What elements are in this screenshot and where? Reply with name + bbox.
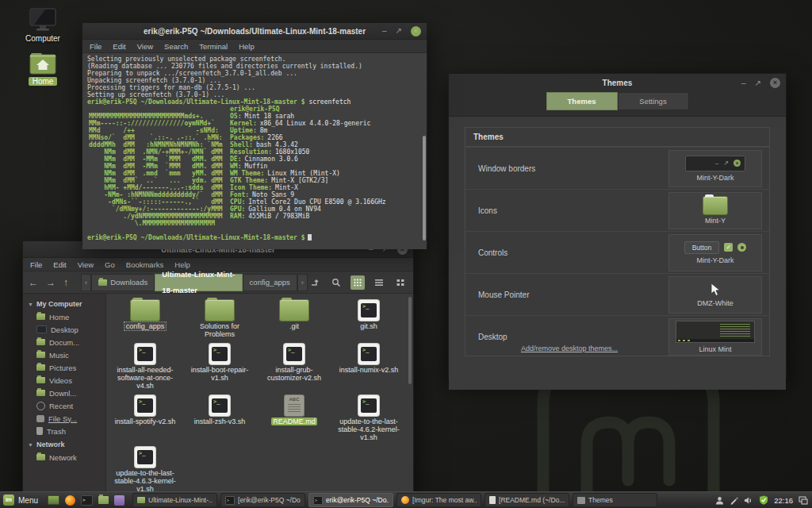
sidebar-item-music[interactable]: Music	[23, 348, 105, 361]
volume-applet-icon[interactable]	[744, 496, 753, 505]
files-launcher-icon[interactable]	[98, 496, 109, 504]
tab-themes[interactable]: Themes	[546, 92, 618, 110]
controls-picker[interactable]: Button ✓ Mint-Y-Dark	[668, 234, 762, 271]
menu-go[interactable]: Go	[105, 260, 115, 269]
maximize-button[interactable]: ↗	[396, 27, 402, 35]
breadcrumb-current[interactable]: Ultimate-Linux-Mint-18-master	[155, 274, 242, 291]
menu-search[interactable]: Search	[164, 42, 188, 51]
file-item-readme[interactable]: README.md	[258, 395, 331, 441]
breadcrumb-downloads[interactable]: Downloads	[91, 274, 155, 291]
sidebar-section-my-computer[interactable]: ▼ My Computer	[23, 297, 105, 310]
file-item[interactable]: config_apps	[109, 300, 182, 338]
file-item[interactable]: install-zsh-v3.sh	[183, 395, 256, 441]
list-view-button[interactable]	[372, 275, 386, 290]
terminal-scrollbar[interactable]	[423, 136, 426, 241]
grid-view-icon	[353, 278, 362, 287]
file-item[interactable]: update-to-the-last-stable-4.6.3-kernel-v…	[109, 447, 182, 493]
forward-button[interactable]: →	[46, 277, 56, 288]
user-applet-icon[interactable]	[715, 496, 724, 505]
icons-picker[interactable]: Mint-Y	[668, 192, 762, 229]
menu-help[interactable]: Help	[239, 42, 255, 51]
document-icon	[489, 496, 496, 504]
terminal-output: Selecting previously unselected package …	[82, 53, 427, 249]
file-name: update-to-the-last-stable-4.6.3-kernel-v…	[109, 469, 182, 493]
firefox-launcher-icon[interactable]	[65, 495, 75, 506]
toggle-location-entry-button[interactable]	[308, 275, 322, 290]
themes-section-box: Themes Window borders – ↗ × Mint-Y-Dark …	[465, 127, 770, 356]
clock[interactable]: 22:16	[774, 496, 793, 505]
sidebar-item-file-system[interactable]: File Sy...	[23, 412, 105, 425]
task-button-themes[interactable]: Themes	[573, 493, 657, 507]
file-item[interactable]: update-to-the-last-stable-4.6.2-kernel-v…	[332, 395, 405, 441]
sidebar-item-recent[interactable]: Recent	[23, 399, 105, 412]
menu-view[interactable]: View	[137, 42, 153, 51]
sidebar-item-desktop[interactable]: Desktop	[23, 323, 105, 336]
sidebar-section-network[interactable]: ▼ Network	[23, 437, 105, 451]
menu-view[interactable]: View	[78, 260, 94, 269]
menu-bookmarks[interactable]: Bookmarks	[126, 260, 164, 269]
task-button-firefox[interactable]: [Imgur: The most aw...	[396, 493, 481, 507]
maximize-button[interactable]: ↗	[755, 79, 761, 87]
update-shield-applet-icon[interactable]	[759, 495, 768, 505]
task-button-terminal-2[interactable]: > erik@erik-P5Q ~/Do...	[308, 493, 393, 507]
breadcrumb-config-apps[interactable]: config_apps	[243, 274, 297, 291]
desktop-icon-label: Computer	[25, 34, 60, 43]
file-item[interactable]: install-numix-v2.sh	[332, 344, 405, 390]
window-selector-applet-icon[interactable]	[799, 496, 808, 505]
location-entry-icon	[310, 278, 320, 287]
close-button[interactable]: ×	[411, 26, 421, 37]
themes-titlebar[interactable]: Themes – ↗ ×	[449, 74, 786, 92]
grid-view-button[interactable]	[350, 275, 365, 290]
close-button[interactable]: ×	[770, 78, 780, 88]
terminal-titlebar[interactable]: erik@erik-P5Q ~/Downloads/Ultimate-Linux…	[82, 23, 427, 40]
desktop-icon-home[interactable]: Home	[13, 52, 73, 86]
file-item[interactable]: install-grub-customizer-v2.sh	[258, 344, 331, 390]
breadcrumb-scroll-left[interactable]: ‹	[81, 274, 91, 291]
file-item[interactable]: git.sh	[332, 300, 405, 338]
terminal-launcher-icon[interactable]: >	[81, 495, 93, 506]
show-desktop-icon[interactable]	[48, 495, 59, 505]
documents-icon	[36, 339, 45, 345]
file-item[interactable]: install-boot-repair-v1.sh	[183, 344, 256, 390]
task-button-readme[interactable]: [README.md (~/Do...	[485, 493, 569, 507]
minimize-button[interactable]: –	[382, 27, 387, 35]
sidebar-item-trash[interactable]: Trash	[23, 425, 105, 437]
compact-view-button[interactable]	[393, 275, 408, 290]
search-button[interactable]	[329, 275, 343, 290]
task-button-terminal-1[interactable]: > [erik@erik-P5Q ~/Do...	[220, 493, 305, 507]
sidebar-item-network[interactable]: Network	[23, 451, 105, 464]
menu-file[interactable]: File	[90, 42, 102, 51]
input-pen-applet-icon[interactable]	[730, 496, 738, 505]
sidebar-item-videos[interactable]: Videos	[23, 374, 105, 387]
desktop-theme-picker[interactable]: Linux Mint	[668, 318, 762, 356]
desktop-icon-computer[interactable]: Computer	[13, 8, 73, 43]
file-item[interactable]: Solutions for Problems	[183, 300, 256, 338]
back-button[interactable]: ←	[29, 277, 38, 288]
minimize-button[interactable]: –	[741, 79, 746, 87]
file-item[interactable]: .git	[258, 300, 331, 338]
sidebar-item-home[interactable]: Home	[23, 310, 105, 323]
mouse-pointer-picker[interactable]: DMZ-White	[668, 276, 762, 314]
task-button-file-manager[interactable]: Ultimate-Linux-Mint-...	[132, 493, 217, 507]
row-label: Window borders	[465, 164, 535, 173]
sidebar-item-downloads[interactable]: Downl...	[23, 387, 105, 399]
file-item[interactable]: install-all-needed-software-at-once-v4.s…	[109, 344, 182, 390]
taskbar: lm Menu > Ultimate-Linux-Mint-... > [eri…	[0, 491, 812, 508]
menu-edit[interactable]: Edit	[53, 260, 66, 269]
breadcrumb-scroll-right[interactable]: ›	[297, 274, 308, 291]
software-launcher-icon[interactable]	[114, 495, 124, 506]
sidebar-item-documents[interactable]: Docum...	[23, 336, 105, 348]
content-scrollbar[interactable]	[408, 297, 412, 384]
up-button[interactable]: ↑	[63, 277, 68, 288]
shell-script-icon	[358, 395, 379, 416]
file-item[interactable]: install-spotify-v2.sh	[109, 395, 182, 441]
menu-edit[interactable]: Edit	[113, 42, 125, 51]
videos-icon	[36, 377, 45, 383]
tab-settings[interactable]: Settings	[618, 92, 689, 110]
window-borders-picker[interactable]: – ↗ × Mint-Y-Dark	[668, 150, 762, 187]
menu-terminal[interactable]: Terminal	[199, 42, 228, 51]
add-remove-desktop-themes-link[interactable]: Add/remove desktop themes...	[521, 344, 618, 352]
menu-file[interactable]: File	[30, 260, 42, 269]
sidebar-item-pictures[interactable]: Pictures	[23, 361, 105, 374]
menu-button[interactable]: lm Menu	[0, 492, 44, 508]
